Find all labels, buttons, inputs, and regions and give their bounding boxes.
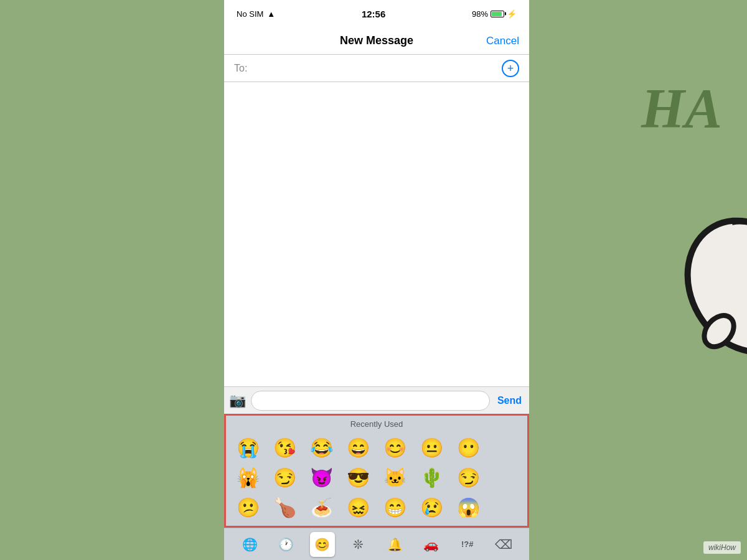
emoji-smile[interactable]: 😊 [378, 434, 412, 461]
status-time: 12:56 [362, 9, 385, 19]
to-label: To: [234, 63, 247, 74]
emoji-wink[interactable]: 😏 [268, 464, 302, 491]
kb-recent-button[interactable]: 🕐 [273, 532, 298, 557]
kb-emoji-button[interactable]: 😊 [310, 532, 335, 557]
status-right: 98% ⚡ [472, 9, 517, 19]
bg-left [0, 0, 224, 560]
add-recipient-button[interactable]: + [502, 60, 519, 77]
phone-frame: No SIM ▲ 12:56 98% ⚡ New Message Cancel … [224, 0, 529, 560]
emoji-cat[interactable]: 🐱 [378, 464, 412, 491]
battery-fill [492, 12, 502, 16]
emoji-smirk[interactable]: 😏 [451, 464, 486, 491]
kb-flower-button[interactable]: ❊ [346, 532, 371, 557]
emoji-kiss[interactable]: 😘 [268, 434, 302, 461]
kb-globe-button[interactable]: 🌐 [237, 532, 262, 557]
emoji-crying[interactable]: 😭 [231, 434, 265, 461]
nav-title: New Message [340, 34, 413, 47]
emoji-neutral[interactable]: 😐 [415, 434, 449, 461]
battery-bar [491, 11, 504, 17]
emoji-no-mouth[interactable]: 😶 [451, 434, 486, 461]
emoji-poultry[interactable]: 🍗 [268, 493, 302, 521]
wifi-icon: ▲ [267, 9, 275, 19]
emoji-panel: Recently Used 😭 😘 😂 😄 😊 😐 😶 🙀 😏 😈 😎 🐱 🌵 … [224, 414, 529, 528]
message-input[interactable] [251, 391, 490, 411]
recently-used-label: Recently Used [226, 416, 527, 431]
kb-symbols-button[interactable]: !?# [455, 532, 480, 557]
nav-bar: New Message Cancel [224, 27, 529, 55]
charge-icon: ⚡ [507, 9, 517, 19]
wikihow-logo: HA [641, 81, 722, 137]
carrier-label: No SIM [237, 9, 263, 19]
kb-bell-button[interactable]: 🔔 [382, 532, 407, 557]
emoji-grid: 😭 😘 😂 😄 😊 😐 😶 🙀 😏 😈 😎 🐱 🌵 😏 😕 🍗 🍝 😖 😁 😢 … [226, 431, 527, 526]
battery-percent: 98% [472, 9, 488, 19]
status-left: No SIM ▲ [237, 9, 275, 19]
send-button[interactable]: Send [495, 395, 524, 406]
emoji-shocked-cat[interactable]: 🙀 [231, 464, 265, 491]
cancel-button[interactable]: Cancel [486, 35, 519, 47]
emoji-laugh-cry[interactable]: 😂 [304, 434, 339, 461]
svg-point-3 [698, 310, 740, 353]
camera-icon[interactable]: 📷 [229, 393, 246, 409]
emoji-sob[interactable]: 😢 [415, 493, 449, 521]
emoji-empty2 [488, 464, 522, 491]
emoji-grin[interactable]: 😁 [378, 493, 412, 521]
emoji-grin-sweat[interactable]: 😄 [341, 434, 375, 461]
input-bar: 📷 Send [224, 386, 529, 414]
emoji-devil[interactable]: 😈 [304, 464, 339, 491]
emoji-sunglasses[interactable]: 😎 [341, 464, 375, 491]
emoji-unamused[interactable]: 😕 [231, 493, 265, 521]
to-input[interactable] [252, 63, 502, 74]
emoji-cactus[interactable]: 🌵 [415, 464, 449, 491]
status-bar: No SIM ▲ 12:56 98% ⚡ [224, 0, 529, 27]
emoji-empty [488, 434, 522, 461]
emoji-empty3 [488, 493, 522, 521]
kb-transport-button[interactable]: 🚗 [418, 532, 443, 557]
emoji-spaghetti[interactable]: 🍝 [304, 493, 339, 521]
kb-backspace-button[interactable]: ⌫ [491, 532, 516, 557]
to-field-row: To: + [224, 55, 529, 82]
wikihow-badge: wikiHow [703, 541, 741, 554]
emoji-dizzy[interactable]: 😖 [341, 493, 375, 521]
keyboard-bar: 🌐 🕐 😊 ❊ 🔔 🚗 !?# ⌫ [224, 528, 529, 560]
compose-area[interactable] [224, 82, 529, 386]
emoji-scream[interactable]: 😱 [451, 493, 486, 521]
svg-point-0 [664, 199, 747, 374]
